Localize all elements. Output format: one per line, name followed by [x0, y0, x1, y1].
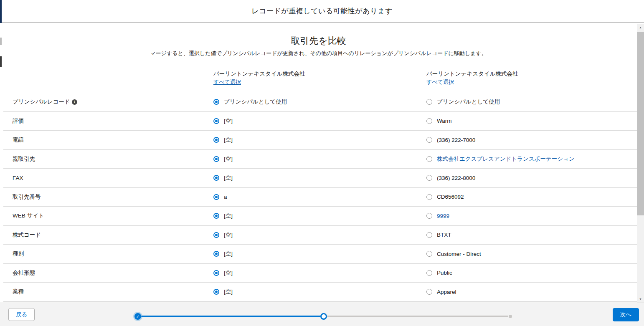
radio-button[interactable]	[213, 251, 219, 257]
radio-button[interactable]	[213, 156, 219, 162]
field-label-cell: 業種	[3, 288, 201, 296]
info-icon[interactable]: i	[72, 99, 77, 105]
radio-button[interactable]	[213, 213, 219, 219]
radio-button[interactable]	[426, 137, 432, 143]
right-option-cell: プリンシパルとして使用	[414, 98, 627, 106]
comparison-panel: 取引先を比較 マージすると、選択した値でプリンシパルレコードが更新され、その他の…	[0, 24, 637, 303]
left-option-cell: [空]	[201, 269, 414, 277]
field-value[interactable]: 株式会社エクスプレスアンドトランスポーテーション	[437, 155, 575, 163]
field-comparison-table: プリンシパルレコード i プリンシパルとして使用 プリンシパルとして使用 評価 …	[3, 93, 637, 302]
field-row: WEB サイト [空] 9999	[3, 207, 637, 226]
radio-button[interactable]	[426, 99, 432, 105]
radio-button[interactable]	[426, 194, 432, 200]
background-page-edge	[0, 0, 2, 23]
right-option-cell: 株式会社エクスプレスアンドトランスポーテーション	[414, 155, 627, 163]
field-value[interactable]: (336) 222-8000	[437, 175, 475, 181]
field-value[interactable]: [空]	[224, 231, 233, 239]
background-page-edge	[0, 56, 2, 67]
scroll-down-icon[interactable]: ▼	[637, 296, 644, 303]
radio-button[interactable]	[213, 118, 219, 124]
field-label-cell: 会社形態	[3, 269, 201, 277]
field-row: 種別 [空] Customer - Direct	[3, 245, 637, 264]
field-label: 評価	[13, 117, 24, 125]
field-value[interactable]: BTXT	[437, 232, 451, 238]
back-button[interactable]: 戻る	[8, 308, 35, 321]
field-label: 電話	[13, 136, 24, 144]
field-value[interactable]: Warm	[437, 118, 452, 124]
field-label: 種別	[13, 250, 24, 258]
field-value[interactable]: [空]	[224, 117, 233, 125]
modal-title: レコードが重複している可能性があります	[251, 6, 393, 16]
radio-button[interactable]	[213, 232, 219, 238]
field-value[interactable]: a	[224, 194, 227, 200]
progress-indicator: ✓	[0, 303, 644, 326]
comparison-heading: 取引先を比較	[0, 35, 637, 47]
radio-button[interactable]	[213, 137, 219, 143]
radio-button[interactable]	[213, 175, 219, 181]
field-value[interactable]: [空]	[224, 174, 233, 182]
field-value[interactable]: Apparel	[437, 289, 456, 295]
label-column-spacer	[3, 70, 201, 86]
field-value[interactable]: 9999	[437, 213, 449, 219]
left-option-cell: [空]	[201, 136, 414, 144]
record-column-headers: バーリントンテキスタイル株式会社 すべて選択 バーリントンテキスタイル株式会社 …	[3, 70, 637, 86]
radio-button[interactable]	[213, 194, 219, 200]
record-column-left: バーリントンテキスタイル株式会社 すべて選択	[201, 70, 414, 86]
field-row: FAX [空] (336) 222-8000	[3, 169, 637, 188]
select-all-link[interactable]: すべて選択	[213, 78, 241, 86]
left-option-cell: [空]	[201, 288, 414, 296]
field-label-cell: FAX	[3, 175, 201, 181]
field-label-cell: WEB サイト	[3, 212, 201, 220]
field-label: 株式コード	[13, 231, 41, 239]
left-option-cell: [空]	[201, 231, 414, 239]
field-value[interactable]: [空]	[224, 212, 233, 220]
field-value[interactable]: プリンシパルとして使用	[224, 98, 287, 106]
select-all-link[interactable]: すべて選択	[426, 78, 454, 86]
radio-button[interactable]	[426, 175, 432, 181]
field-label: FAX	[13, 175, 23, 181]
right-option-cell: Apparel	[414, 289, 627, 295]
radio-button[interactable]	[426, 213, 432, 219]
left-option-cell: プリンシパルとして使用	[201, 98, 414, 106]
field-row: 親取引先 [空] 株式会社エクスプレスアンドトランスポーテーション	[3, 150, 637, 169]
radio-button[interactable]	[213, 99, 219, 105]
right-option-cell: CD656092	[414, 194, 627, 200]
field-label-cell: 取引先番号	[3, 193, 201, 201]
field-value[interactable]: [空]	[224, 269, 233, 277]
next-button[interactable]: 次へ	[613, 308, 639, 321]
field-value[interactable]: (336) 222-7000	[437, 137, 475, 143]
vertical-scrollbar[interactable]: ▲ ▼	[637, 24, 644, 303]
field-value[interactable]: プリンシパルとして使用	[437, 98, 500, 106]
field-value[interactable]: [空]	[224, 288, 233, 296]
field-label: 業種	[13, 288, 24, 296]
field-value[interactable]: [空]	[224, 250, 233, 258]
field-value[interactable]: [空]	[224, 136, 233, 144]
field-value[interactable]: Public	[437, 270, 452, 276]
radio-button[interactable]	[213, 270, 219, 276]
right-option-cell: (336) 222-7000	[414, 137, 627, 143]
field-value[interactable]: CD656092	[437, 194, 464, 200]
radio-button[interactable]	[426, 156, 432, 162]
field-row: 取引先番号 a CD656092	[3, 188, 637, 207]
right-option-cell: BTXT	[414, 232, 627, 238]
left-option-cell: [空]	[201, 155, 414, 163]
field-row: 会社形態 [空] Public	[3, 264, 637, 283]
left-option-cell: [空]	[201, 212, 414, 220]
radio-button[interactable]	[426, 251, 432, 257]
radio-button[interactable]	[213, 289, 219, 295]
radio-button[interactable]	[426, 289, 432, 295]
field-value[interactable]: Customer - Direct	[437, 251, 481, 257]
radio-button[interactable]	[426, 118, 432, 124]
radio-button[interactable]	[426, 232, 432, 238]
background-page-edge	[0, 38, 2, 45]
field-label: 会社形態	[13, 269, 35, 277]
right-option-cell: (336) 222-8000	[414, 175, 627, 181]
field-label-cell: 電話	[3, 136, 201, 144]
scrollbar-thumb[interactable]	[637, 32, 644, 215]
modal-header: レコードが重複している可能性があります	[0, 0, 644, 23]
scroll-up-icon[interactable]: ▲	[637, 24, 644, 31]
field-value[interactable]: [空]	[224, 155, 233, 163]
field-label-cell: プリンシパルレコード i	[3, 98, 201, 106]
radio-button[interactable]	[426, 270, 432, 276]
progress-step-1: ✓	[134, 313, 141, 320]
